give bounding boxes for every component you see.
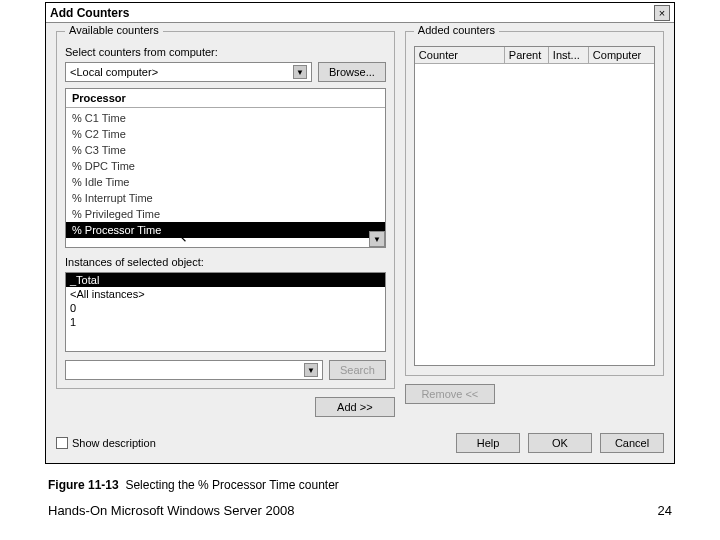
chevron-down-icon: ▼ xyxy=(304,363,318,377)
instance-item[interactable]: 0 xyxy=(66,301,385,315)
remove-button[interactable]: Remove << xyxy=(405,384,495,404)
dialog-footer: Show description Help OK Cancel xyxy=(46,427,674,463)
counter-item-selected[interactable]: % Processor Time xyxy=(66,222,385,238)
added-counters-table: Counter Parent Inst... Computer xyxy=(414,46,655,366)
add-button[interactable]: Add >> xyxy=(315,397,395,417)
counter-group-header: Processor xyxy=(66,89,385,108)
right-column: Added counters Counter Parent Inst... Co… xyxy=(405,31,664,417)
titlebar: Add Counters × xyxy=(46,3,674,23)
close-button[interactable]: × xyxy=(654,5,670,21)
instance-item[interactable]: 1 xyxy=(66,315,385,329)
page-number: 24 xyxy=(658,503,672,518)
col-inst[interactable]: Inst... xyxy=(549,47,589,63)
cancel-button[interactable]: Cancel xyxy=(600,433,664,453)
page-footer: Hands-On Microsoft Windows Server 2008 2… xyxy=(48,503,672,518)
counter-item[interactable]: % Privileged Time xyxy=(66,206,385,222)
figure-text: Selecting the % Processor Time counter xyxy=(125,478,338,492)
instance-item-selected[interactable]: _Total xyxy=(66,273,385,287)
dialog-body: Available counters Select counters from … xyxy=(46,23,674,427)
counter-item[interactable]: % C1 Time xyxy=(66,110,385,126)
counter-item[interactable]: % C2 Time xyxy=(66,126,385,142)
show-description-row[interactable]: Show description xyxy=(56,437,156,449)
browse-button[interactable]: Browse... xyxy=(318,62,386,82)
figure-caption: Figure 11-13 Selecting the % Processor T… xyxy=(48,478,339,492)
instance-item[interactable]: <All instances> xyxy=(66,287,385,301)
available-legend: Available counters xyxy=(65,24,163,36)
instances-list[interactable]: _Total <All instances> 0 1 xyxy=(65,272,386,352)
counter-item[interactable]: % Interrupt Time xyxy=(66,190,385,206)
col-computer[interactable]: Computer xyxy=(589,47,654,63)
select-computer-label: Select counters from computer: xyxy=(65,46,386,58)
show-description-checkbox[interactable] xyxy=(56,437,68,449)
computer-dropdown[interactable]: <Local computer> ▼ xyxy=(65,62,312,82)
help-button[interactable]: Help xyxy=(456,433,520,453)
counter-item[interactable]: % DPC Time xyxy=(66,158,385,174)
left-column: Available counters Select counters from … xyxy=(56,31,395,417)
added-legend: Added counters xyxy=(414,24,499,36)
available-counters-group: Available counters Select counters from … xyxy=(56,31,395,389)
chevron-down-icon: ▼ xyxy=(293,65,307,79)
counter-item[interactable]: % C3 Time xyxy=(66,142,385,158)
search-button[interactable]: Search xyxy=(329,360,386,380)
scroll-down-icon[interactable]: ▼ xyxy=(369,231,385,247)
search-input[interactable]: ▼ xyxy=(65,360,323,380)
col-counter[interactable]: Counter xyxy=(415,47,505,63)
added-counters-group: Added counters Counter Parent Inst... Co… xyxy=(405,31,664,376)
counter-item[interactable]: % Idle Time xyxy=(66,174,385,190)
ok-button[interactable]: OK xyxy=(528,433,592,453)
col-parent[interactable]: Parent xyxy=(505,47,549,63)
counter-items: % C1 Time % C2 Time % C3 Time % DPC Time… xyxy=(66,108,385,240)
add-counters-dialog: Add Counters × Available counters Select… xyxy=(45,2,675,464)
figure-number: Figure 11-13 xyxy=(48,478,119,492)
computer-value: <Local computer> xyxy=(70,66,158,78)
book-title: Hands-On Microsoft Windows Server 2008 xyxy=(48,503,294,518)
dialog-title: Add Counters xyxy=(50,6,129,20)
counter-list[interactable]: Processor % C1 Time % C2 Time % C3 Time … xyxy=(65,88,386,248)
table-header: Counter Parent Inst... Computer xyxy=(415,47,654,64)
show-description-label: Show description xyxy=(72,437,156,449)
close-icon: × xyxy=(659,7,665,19)
instances-label: Instances of selected object: xyxy=(65,256,386,268)
